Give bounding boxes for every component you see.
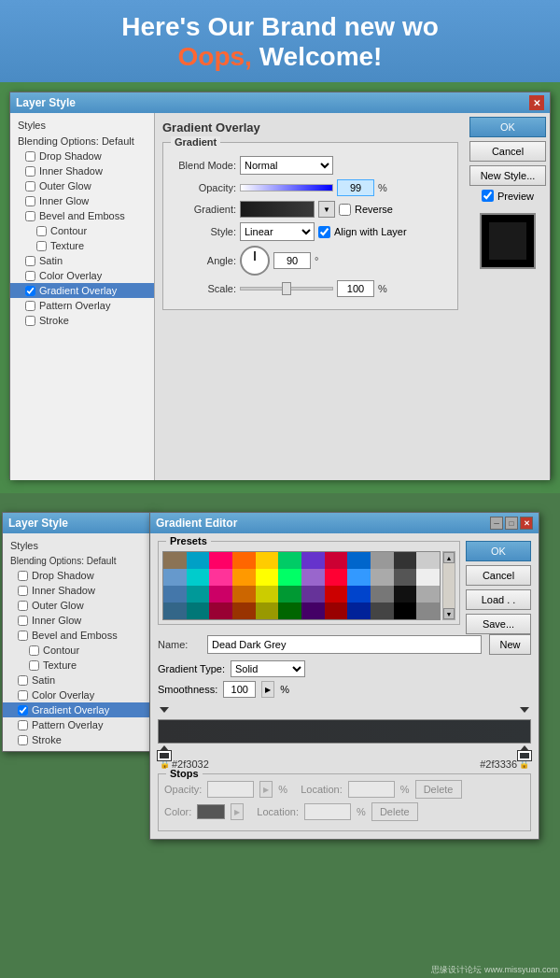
- sidebar-bottom-contour[interactable]: Contour: [3, 643, 152, 658]
- color-swatch-small[interactable]: [197, 804, 225, 819]
- checkbox-satin[interactable]: [25, 256, 35, 266]
- preset-color-cell[interactable]: [163, 602, 187, 619]
- preset-color-cell[interactable]: [347, 586, 371, 602]
- scroll-down-btn[interactable]: ▼: [443, 608, 455, 619]
- preset-color-cell[interactable]: [347, 552, 371, 569]
- preset-color-cell[interactable]: [209, 586, 232, 602]
- checkbox2-inner-shadow[interactable]: [18, 586, 28, 596]
- checkbox-inner-glow[interactable]: [25, 196, 35, 206]
- sidebar-item-color-overlay[interactable]: Color Overlay: [10, 268, 154, 283]
- sidebar-bottom-bevel-emboss[interactable]: Bevel and Emboss: [3, 628, 152, 643]
- preset-color-cell[interactable]: [347, 602, 371, 619]
- preset-color-cell[interactable]: [163, 552, 187, 569]
- smoothness-input[interactable]: [223, 681, 256, 698]
- scale-slider[interactable]: [240, 287, 333, 291]
- preset-color-cell[interactable]: [278, 602, 301, 619]
- sidebar-bottom-inner-glow[interactable]: Inner Glow: [3, 613, 152, 628]
- scroll-up-btn[interactable]: ▲: [443, 552, 455, 563]
- ge-cancel-button[interactable]: Cancel: [466, 565, 531, 586]
- sidebar-bottom-pattern-overlay[interactable]: Pattern Overlay: [3, 717, 152, 732]
- preset-color-cell[interactable]: [301, 586, 325, 602]
- checkbox2-color-overlay[interactable]: [18, 690, 28, 701]
- sidebar-item-inner-shadow[interactable]: Inner Shadow: [10, 163, 154, 178]
- preset-color-cell[interactable]: [301, 552, 325, 569]
- style-select[interactable]: Linear: [240, 222, 315, 241]
- sidebar-item-bevel-emboss[interactable]: Bevel and Emboss: [10, 208, 154, 223]
- sidebar-item-gradient-overlay[interactable]: Gradient Overlay: [10, 283, 154, 298]
- preset-color-cell[interactable]: [256, 602, 279, 619]
- preset-color-cell[interactable]: [209, 552, 232, 569]
- preset-color-cell[interactable]: [416, 602, 440, 619]
- sidebar-item-drop-shadow[interactable]: Drop Shadow: [10, 149, 154, 163]
- checkbox-pattern-overlay[interactable]: [25, 301, 35, 311]
- angle-input[interactable]: [273, 252, 311, 269]
- ge-new-button[interactable]: New: [489, 634, 531, 655]
- preset-color-cell[interactable]: [163, 586, 187, 602]
- preset-color-cell[interactable]: [416, 552, 440, 569]
- ge-save-button[interactable]: Save...: [466, 614, 531, 634]
- preset-color-cell[interactable]: [416, 586, 440, 602]
- checkbox2-inner-glow[interactable]: [18, 616, 28, 626]
- sidebar-item-texture[interactable]: Texture: [10, 238, 154, 253]
- preset-color-cell[interactable]: [232, 569, 256, 586]
- checkbox-bevel-emboss[interactable]: [25, 211, 35, 221]
- sidebar-bottom-texture[interactable]: Texture: [3, 658, 152, 673]
- preset-color-cell[interactable]: [256, 569, 279, 586]
- preset-color-cell[interactable]: [187, 552, 210, 569]
- preset-color-cell[interactable]: [325, 602, 348, 619]
- sidebar-bottom-color-overlay[interactable]: Color Overlay: [3, 687, 152, 702]
- preset-color-cell[interactable]: [232, 602, 256, 619]
- preset-color-cell[interactable]: [278, 569, 301, 586]
- preset-color-cell[interactable]: [187, 602, 210, 619]
- preset-color-cell[interactable]: [325, 552, 348, 569]
- preset-color-cell[interactable]: [371, 586, 394, 602]
- checkbox2-gradient-overlay[interactable]: [18, 705, 28, 716]
- checkbox2-pattern-overlay[interactable]: [18, 720, 28, 730]
- name-input[interactable]: [207, 635, 482, 654]
- preset-color-cell[interactable]: [278, 552, 301, 569]
- preset-color-cell[interactable]: [256, 586, 279, 602]
- location-stop-input2[interactable]: [304, 803, 351, 820]
- ge-maximize-btn[interactable]: □: [505, 517, 518, 530]
- sidebar-item-contour[interactable]: Contour: [10, 223, 154, 238]
- color-delete-btn[interactable]: Delete: [371, 802, 418, 821]
- gradient-type-select[interactable]: Solid: [231, 660, 305, 677]
- checkbox2-contour[interactable]: [29, 645, 39, 656]
- preset-color-cell[interactable]: [232, 586, 256, 602]
- preset-color-cell[interactable]: [163, 569, 187, 586]
- opacity-delete-btn[interactable]: Delete: [415, 780, 462, 799]
- checkbox-drop-shadow[interactable]: [25, 151, 35, 162]
- sidebar-bottom-satin[interactable]: Satin: [3, 673, 152, 687]
- preset-color-cell[interactable]: [371, 602, 394, 619]
- preset-color-cell[interactable]: [394, 586, 417, 602]
- close-button-top[interactable]: ✕: [529, 95, 544, 110]
- preset-color-cell[interactable]: [256, 552, 279, 569]
- sidebar-bottom-drop-shadow[interactable]: Drop Shadow: [3, 568, 152, 583]
- ok-button-top[interactable]: OK: [469, 117, 546, 137]
- preset-color-cell[interactable]: [209, 569, 232, 586]
- angle-dial[interactable]: [240, 246, 270, 276]
- preset-color-cell[interactable]: [301, 569, 325, 586]
- ge-minimize-btn[interactable]: ─: [490, 517, 503, 530]
- preset-color-cell[interactable]: [209, 602, 232, 619]
- right-color-stop[interactable]: [518, 745, 531, 760]
- checkbox-outer-glow[interactable]: [25, 181, 35, 191]
- reverse-checkbox[interactable]: [339, 204, 351, 216]
- checkbox-contour[interactable]: [36, 226, 47, 236]
- gradient-dropdown-btn[interactable]: ▼: [318, 201, 335, 218]
- align-checkbox[interactable]: [318, 226, 330, 238]
- location-stop-input1[interactable]: [348, 781, 395, 798]
- sidebar-bottom-stroke[interactable]: Stroke: [3, 732, 152, 747]
- preset-color-cell[interactable]: [301, 602, 325, 619]
- checkbox2-stroke[interactable]: [18, 735, 28, 745]
- preset-color-cell[interactable]: [371, 569, 394, 586]
- preset-color-cell[interactable]: [325, 569, 348, 586]
- left-color-stop[interactable]: [158, 745, 171, 760]
- smoothness-stepper[interactable]: ▶: [261, 681, 274, 698]
- ge-ok-button[interactable]: OK: [466, 541, 531, 561]
- scale-input[interactable]: [337, 280, 374, 297]
- checkbox-texture[interactable]: [36, 241, 47, 251]
- gradient-bar[interactable]: [158, 719, 531, 744]
- preset-color-cell[interactable]: [394, 602, 417, 619]
- checkbox2-bevel-emboss[interactable]: [18, 631, 28, 641]
